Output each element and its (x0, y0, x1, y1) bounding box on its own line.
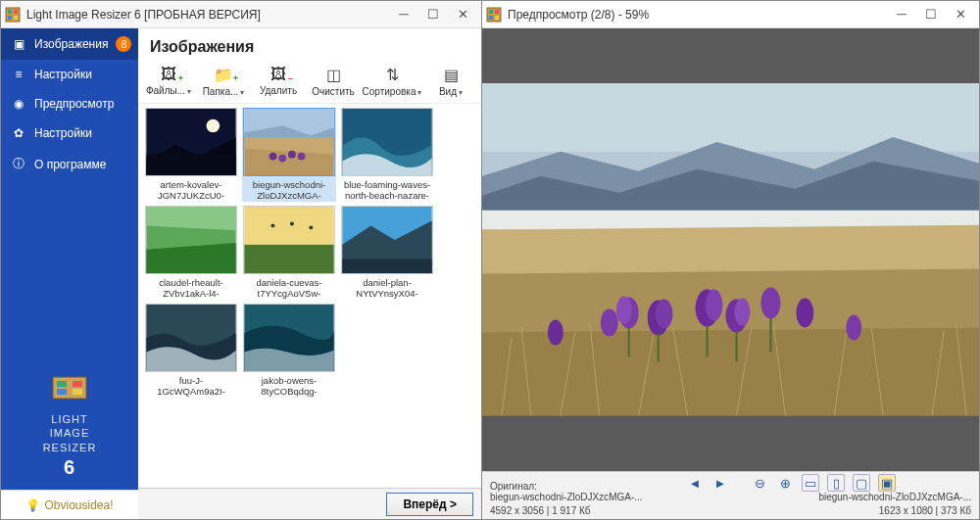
svg-point-62 (548, 320, 564, 346)
actual-size-button[interactable]: ▢ (853, 474, 870, 492)
thumb-item[interactable]: jakob-owens-8tyCOBqdqg-unsplash (242, 304, 336, 398)
svg-point-53 (656, 300, 673, 329)
sidebar-item-label: Настройки (34, 126, 92, 140)
svg-point-11 (207, 119, 220, 133)
fit-screen-button[interactable]: ▣ (878, 474, 896, 492)
preview-title: Предпросмотр (2/8) - 59% (508, 8, 887, 22)
output-label: Выходная папка: (896, 481, 980, 492)
page-title: Изображения (138, 28, 481, 62)
sort-button[interactable]: ⇅ Сортировка (368, 66, 416, 97)
svg-rect-4 (14, 16, 18, 20)
preview-titlebar: Предпросмотр (2/8) - 59% ─ ☐ ✕ (482, 1, 979, 28)
toolbar: 🖼+ Файлы... 📁+ Папка... 🖼– Удалить ◫ Очи… (138, 62, 481, 103)
folder-button[interactable]: 📁+ Папка... (203, 66, 244, 97)
thumb-item-selected[interactable]: biegun-wschodni-ZloDJXzcMGA-unsplash (242, 108, 336, 202)
main-pane: Изображения 🖼+ Файлы... 📁+ Папка... 🖼– У… (138, 28, 481, 519)
svg-point-59 (760, 288, 780, 319)
main-titlebar: Light Image Resizer 6 [ПРОБНАЯ ВЕРСИЯ] ─… (1, 1, 481, 28)
sidebar-item-label: Предпросмотр (34, 97, 114, 111)
svg-rect-8 (57, 389, 67, 395)
svg-rect-6 (57, 381, 67, 387)
eye-icon: ◉ (11, 97, 26, 111)
footer-brand[interactable]: 💡 Obviousidea! (1, 490, 138, 519)
original-label: Оригинал: (490, 481, 686, 492)
view-button[interactable]: ▤ Вид (430, 66, 471, 97)
sidebar-item-preview[interactable]: ◉ Предпросмотр (1, 89, 138, 118)
sidebar-item-about[interactable]: ⓘ О программе (1, 148, 138, 180)
clear-button[interactable]: ◫ Очистить (313, 66, 354, 97)
sidebar-item-images[interactable]: ▣ Изображения 8 (1, 28, 138, 60)
view-icon: ▤ (444, 66, 459, 84)
svg-point-60 (796, 299, 813, 328)
output-filename: biegun-wschodni-ZloDJXzcMGA-... (795, 492, 971, 502)
brand-text: LIGHT IMAGE RESIZER 6 (1, 406, 138, 490)
svg-rect-12 (146, 155, 235, 175)
svg-point-23 (271, 223, 275, 227)
image-icon: 🖼 (270, 66, 286, 83)
app-logo-icon (5, 7, 21, 23)
sort-icon: ⇅ (386, 66, 399, 84)
image-icon: 🖼 (161, 66, 176, 83)
original-filename: biegun-wschodni-ZloDJXzcMGA-... (490, 492, 686, 502)
svg-rect-7 (73, 381, 82, 387)
prev-image-button[interactable]: ◄ (686, 474, 704, 492)
preview-window: Предпросмотр (2/8) - 59% ─ ☐ ✕ (482, 0, 980, 520)
svg-point-54 (601, 309, 618, 337)
fit-width-button[interactable]: ▭ (802, 474, 819, 492)
delete-button[interactable]: 🖼– Удалить (258, 66, 299, 96)
original-dimensions: 4592 x 3056 | 1 917 Кб (490, 505, 686, 516)
svg-rect-34 (495, 16, 499, 20)
files-button[interactable]: 🖼+ Файлы... (148, 66, 189, 96)
svg-rect-31 (489, 10, 493, 14)
svg-point-15 (270, 153, 277, 161)
svg-rect-27 (342, 259, 431, 273)
images-count-badge: 8 (116, 36, 131, 52)
main-minimize-button[interactable]: ─ (389, 2, 418, 27)
sliders-icon: ≡ (11, 68, 26, 81)
images-icon: ▣ (11, 37, 26, 51)
svg-rect-1 (8, 10, 12, 14)
thumb-item[interactable]: fuu-J-1GcWQAm9a2I-unsplash (144, 304, 238, 398)
next-button[interactable]: Вперёд > (386, 493, 473, 516)
main-close-button[interactable]: ✕ (448, 2, 477, 27)
preview-minimize-button[interactable]: ─ (887, 2, 916, 27)
main-title: Light Image Resizer 6 [ПРОБНАЯ ВЕРСИЯ] (26, 8, 389, 22)
sidebar-item-settings[interactable]: ≡ Настройки (1, 60, 138, 89)
fit-height-button[interactable]: ▯ (827, 474, 845, 492)
main-window: Light Image Resizer 6 [ПРОБНАЯ ВЕРСИЯ] ─… (0, 0, 482, 520)
preview-maximize-button[interactable]: ☐ (916, 2, 946, 27)
preview-window-controls: ─ ☐ ✕ (887, 2, 975, 27)
preview-close-button[interactable]: ✕ (946, 2, 975, 27)
info-icon: ⓘ (11, 156, 26, 172)
thumb-item[interactable]: claudel-rheault-ZVbv1akA-l4-unsplash (144, 206, 238, 300)
main-maximize-button[interactable]: ☐ (418, 2, 448, 27)
thumb-item[interactable]: daniela-cuevas-t7YYcgAoVSw-unsplash (242, 206, 336, 300)
next-image-button[interactable]: ► (711, 474, 729, 492)
svg-point-25 (309, 225, 313, 229)
sidebar-item-label: Настройки (34, 68, 92, 81)
app-logo-icon (486, 7, 502, 23)
thumb-item[interactable]: artem-kovalev-JGN7JUKZcU0-unsplash (144, 108, 238, 202)
svg-point-17 (288, 151, 296, 159)
bottom-bar: Вперёд > (138, 488, 481, 519)
svg-rect-2 (14, 10, 18, 14)
preview-area[interactable] (482, 28, 979, 471)
svg-point-18 (298, 153, 306, 161)
svg-rect-9 (73, 389, 82, 395)
thumbnail-grid: artem-kovalev-JGN7JUKZcU0-unsplash biegu… (138, 103, 481, 488)
svg-rect-3 (8, 16, 12, 20)
svg-point-58 (734, 299, 750, 326)
svg-point-56 (706, 290, 723, 321)
zoom-out-button[interactable]: ⊖ (751, 474, 768, 492)
sidebar-item-options[interactable]: ✿ Настройки (1, 118, 138, 148)
thumb-item[interactable]: daniel-plan-NYtVYnsyX04-unsplash (340, 206, 434, 300)
thumb-item[interactable]: blue-foaming-waves-north-beach-nazare-p.… (340, 108, 434, 202)
svg-point-51 (616, 297, 632, 324)
gear-icon: ✿ (11, 126, 26, 140)
svg-rect-5 (53, 377, 86, 399)
zoom-in-button[interactable]: ⊕ (776, 474, 794, 492)
status-bar: Оригинал: ◄ ► ⊖ ⊕ ▭ ▯ ▢ ▣ Выходная папка… (482, 471, 979, 519)
clear-icon: ◫ (326, 66, 341, 84)
svg-rect-33 (489, 16, 493, 20)
folder-icon: 📁 (214, 66, 233, 84)
